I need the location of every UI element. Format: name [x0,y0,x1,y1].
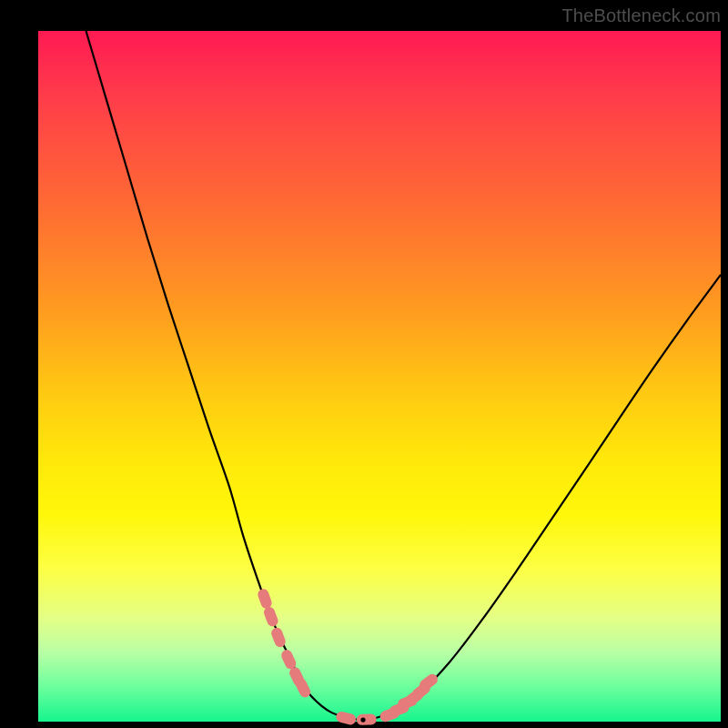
curve-marker [335,711,357,726]
curve-marker [257,588,274,611]
plot-overlay [38,31,721,722]
marker-group [257,588,440,726]
curve-marker [262,605,279,628]
chart-frame: TheBottleneck.com [0,0,728,728]
plot-area [38,31,721,722]
curve-marker [357,713,377,724]
bottleneck-curve [86,31,722,720]
watermark-text: TheBottleneck.com [561,5,721,26]
curve-minimum-dot [360,718,365,723]
